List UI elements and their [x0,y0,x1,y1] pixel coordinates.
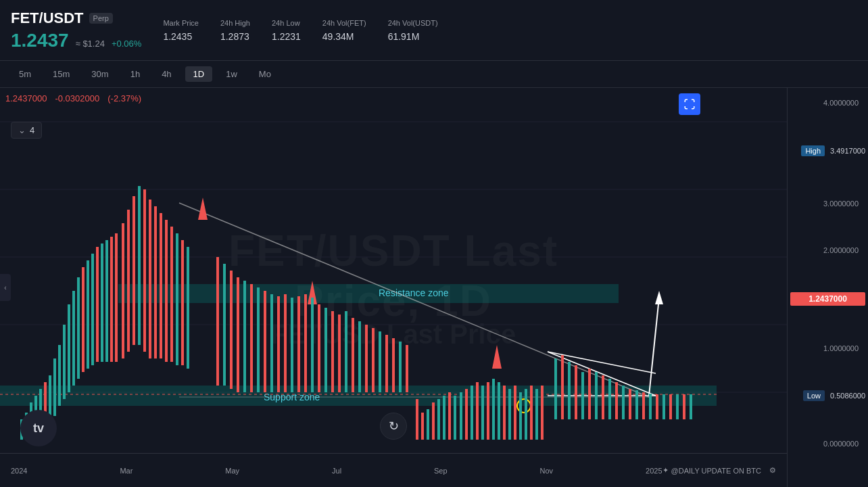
reset-button[interactable]: ↻ [380,413,407,440]
price-axis: 4.0000000 High 3.4917000 3.0000000 2.000… [787,88,868,487]
svg-rect-114 [588,369,591,419]
svg-rect-29 [72,291,75,386]
time-may: May [225,467,239,475]
svg-rect-77 [372,328,375,392]
svg-rect-39 [122,223,124,358]
tv-logo-text: tv [33,421,44,436]
svg-rect-105 [525,389,527,440]
svg-rect-122 [642,392,645,419]
svg-rect-126 [669,394,672,419]
svg-rect-107 [535,389,538,440]
svg-rect-104 [519,392,522,440]
reset-icon: ↻ [389,419,399,434]
fullscreen-button[interactable] [679,93,700,115]
price-level-3: 3.0000000 [823,200,864,208]
crypto-icon: ✦ [662,466,669,475]
high-badge-value: 3.4917000 [830,147,865,155]
svg-rect-41 [132,196,135,345]
svg-rect-78 [379,331,381,392]
collapse-sidebar-button[interactable]: ‹ [0,274,11,301]
tf-30m[interactable]: 30m [83,66,116,82]
high-label: 24h High [220,19,250,27]
svg-rect-27 [63,325,66,399]
svg-rect-94 [471,386,473,440]
svg-rect-70 [324,308,327,392]
price-change: +0.06% [112,39,141,49]
mark-price-block: Mark Price 1.2435 [163,19,199,42]
timeframe-bar: 5m 15m 30m 1h 4h 1D 1w Mo [0,61,868,88]
svg-rect-28 [68,304,70,392]
svg-rect-128 [683,394,685,419]
svg-rect-95 [476,382,479,440]
tf-4h[interactable]: 4h [153,66,179,82]
time-jul: Jul [332,467,341,475]
tf-1w[interactable]: 1w [218,66,245,82]
tf-15m[interactable]: 15m [45,66,78,82]
svg-rect-33 [91,254,94,365]
low-label: 24h Low [272,19,301,27]
tradingview-logo: tv [20,410,57,446]
pair-name: FET/USDT Perp [11,9,141,27]
tf-1d[interactable]: 1D [185,66,213,82]
social-tag-text: @DAILY UPDATE ON BTC [671,467,761,475]
svg-rect-113 [581,372,584,419]
svg-rect-97 [487,382,489,440]
settings-icon[interactable]: ⚙ [769,466,776,475]
current-price-badge: 1.2437000 [790,292,865,306]
high-badge: High [801,145,825,156]
svg-rect-84 [421,413,424,440]
header: FET/USDT Perp 1.2437 ≈ $1.24 +0.06% Mark… [0,0,868,61]
time-mar: Mar [120,467,132,475]
svg-rect-69 [318,304,320,392]
svg-rect-61 [270,294,273,392]
tf-mo[interactable]: Mo [251,66,279,82]
svg-rect-108 [541,386,544,440]
price-info-bar: 1.2437000 -0.0302000 (-2.37%) [5,93,141,103]
24h-low-block: 24h Low 1.2231 [272,19,301,42]
chart-area[interactable]: FET/USDT Last Price, 1D FETUSD Last Pric… [0,88,787,487]
svg-rect-43 [143,189,146,352]
svg-rect-119 [622,386,625,419]
svg-rect-109 [554,358,557,419]
svg-rect-46 [160,213,162,358]
svg-rect-31 [82,267,85,372]
chart-bottom: 2024 Mar May Jul Sep Nov 2025 ✦ @DAILY U… [0,453,787,487]
pair-type: Perp [89,13,113,24]
svg-rect-44 [149,200,151,358]
svg-rect-57 [243,281,246,392]
tf-5m[interactable]: 5m [11,66,39,82]
svg-rect-115 [595,372,598,419]
svg-rect-83 [416,399,418,440]
svg-rect-101 [508,389,511,440]
svg-marker-91 [492,345,502,369]
vol-fet-value: 49.34M [322,31,366,42]
svg-rect-88 [443,396,445,440]
svg-rect-127 [676,394,679,419]
svg-marker-17 [655,291,663,304]
svg-rect-55 [230,271,233,389]
vol-fet-label: 24h Vol(FET) [322,19,366,27]
time-nov: Nov [540,467,554,475]
pair-symbol: FET/USDT [11,9,84,27]
svg-rect-32 [87,260,89,369]
svg-rect-53 [216,257,219,386]
layer-indicator[interactable]: ⌄ 4 [11,122,42,139]
svg-rect-51 [187,247,189,369]
svg-rect-92 [460,392,462,440]
svg-rect-106 [530,386,533,440]
svg-rect-56 [237,277,239,392]
svg-rect-75 [358,321,361,392]
svg-rect-64 [291,298,293,392]
svg-rect-80 [392,338,395,392]
tf-1h[interactable]: 1h [122,66,148,82]
svg-marker-52 [198,198,208,220]
vol-fet-block: 24h Vol(FET) 49.34M [322,19,366,42]
svg-text:Resistance zone: Resistance zone [379,287,449,298]
svg-rect-42 [138,186,141,345]
svg-rect-63 [284,294,287,392]
svg-rect-34 [96,247,99,362]
svg-rect-71 [331,311,334,392]
social-tag: ✦ @DAILY UPDATE ON BTC ⚙ [662,466,776,475]
svg-rect-74 [352,318,354,392]
vol-usdt-value: 61.91M [388,31,438,42]
